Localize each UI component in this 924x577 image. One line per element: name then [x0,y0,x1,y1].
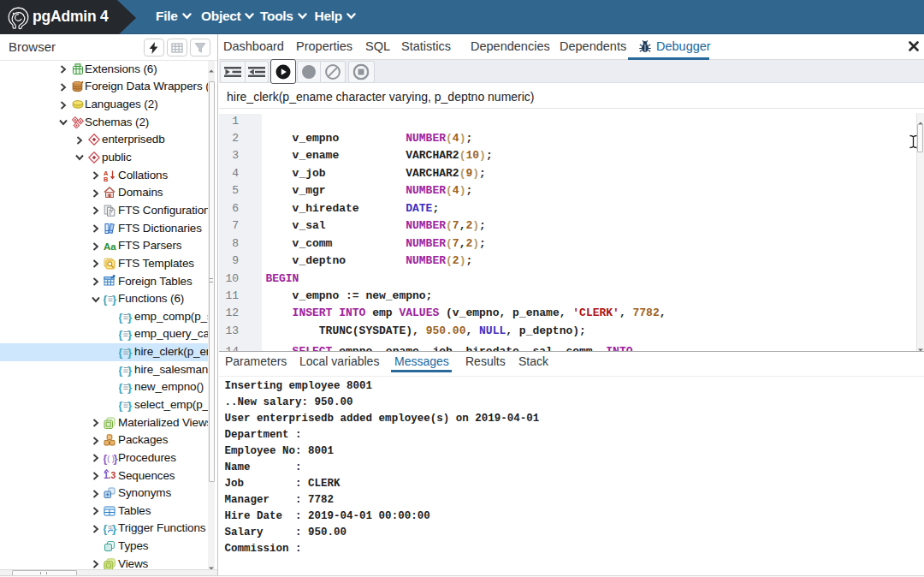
svg-text:{: { [104,522,107,535]
svg-text:}: } [127,364,133,377]
svg-text:}: } [112,522,117,535]
svg-text:}: } [127,346,133,359]
svg-text:{: { [119,399,122,412]
svg-text:{: { [104,293,107,306]
svg-text:.3: .3 [108,470,116,480]
svg-text:{: { [119,328,122,341]
svg-text:{: { [119,346,122,359]
svg-text:Aa: Aa [104,241,116,252]
svg-text:}: } [127,328,133,341]
svg-text:{: { [119,364,122,377]
svg-text:{: { [119,311,122,324]
svg-text:}: } [127,381,133,394]
svg-text:B: B [104,175,109,181]
svg-text:}: } [127,311,133,324]
svg-text:{: { [119,381,122,394]
svg-text:}: } [127,399,133,412]
svg-text:( ): ( ) [107,455,115,463]
svg-text:}: } [112,293,117,306]
